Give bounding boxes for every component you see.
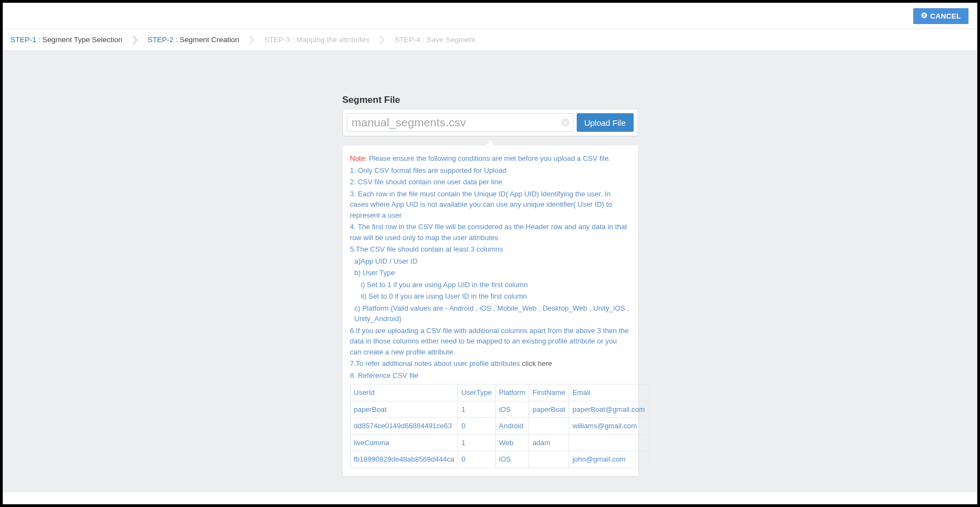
table-cell: williams@gmail.com — [569, 418, 648, 435]
table-cell: paperBoat@gmail.com — [569, 401, 648, 418]
note-intro: Please ensure the following conditions a… — [367, 154, 611, 162]
table-cell: 0 — [458, 451, 496, 468]
click-here-link[interactable]: click here — [522, 359, 552, 368]
note-subline: b) User Type — [350, 267, 630, 278]
chevron-right-icon — [132, 35, 138, 45]
note-line: 7.To refer additional notes about user p… — [350, 358, 630, 369]
table-cell — [569, 434, 648, 451]
table-cell: adam — [529, 434, 569, 451]
table-row: fb18990829de48ab8569d444ca0iOSjohn@gmail… — [350, 451, 648, 468]
note-subline: ii) Set to 0 if you are using User ID in… — [350, 291, 630, 302]
table-cell: fb18990829de48ab8569d444ca — [350, 451, 458, 468]
note-line: 1. Only CSV format files are supported f… — [350, 165, 630, 176]
cancel-icon — [921, 12, 927, 20]
chevron-right-icon — [249, 35, 254, 45]
table-cell: Android — [495, 418, 529, 435]
table-cell: iOS — [495, 451, 529, 468]
step-4: STEP-4 : Save Segment — [391, 34, 478, 45]
table-row: liveComma1Webadam — [350, 434, 648, 451]
reference-table: UserId UserType Platform FirstName Email… — [350, 384, 649, 468]
table-cell: iOS — [495, 401, 529, 418]
table-row: dd8574ce0149d66884491ce630Androidwilliam… — [350, 418, 648, 435]
col-userid: UserId — [350, 384, 458, 401]
table-cell: paperBoat — [529, 401, 569, 418]
cancel-button[interactable]: CANCEL — [913, 8, 969, 24]
notes-card: Note: Please ensure the following condit… — [343, 145, 638, 476]
top-bar: CANCEL — [3, 3, 977, 29]
table-cell — [529, 418, 569, 435]
note-line: 6.If you are uploading a CSV file with a… — [350, 325, 630, 358]
table-row: paperBoat1iOSpaperBoatpaperBoat@gmail.co… — [350, 401, 648, 418]
table-cell: 1 — [458, 434, 496, 451]
table-cell: liveComma — [350, 434, 458, 451]
table-cell — [529, 451, 569, 468]
file-input-wrap — [347, 113, 573, 132]
note-subline: a)App UID / User ID — [350, 256, 630, 267]
note-line: 2. CSV file should contain one user data… — [350, 177, 630, 188]
table-cell: john@gmail.com — [569, 451, 648, 468]
note-subline: c) Platform (Valid values are - Android … — [350, 303, 630, 324]
note-subline: i) Set to 1 if you are using App UID in … — [350, 279, 630, 290]
col-firstname: FirstName — [529, 384, 569, 401]
table-cell: Web — [495, 434, 529, 451]
cancel-label: CANCEL — [930, 12, 961, 20]
step-2[interactable]: STEP-2 : Segment Creation — [144, 34, 242, 45]
note-line: 8. Reference CSV file — [350, 370, 630, 381]
col-usertype: UserType — [458, 384, 496, 401]
file-name-input[interactable] — [352, 114, 558, 131]
step-1[interactable]: STEP-1 : Segment Type Selection — [7, 34, 126, 45]
chevron-right-icon — [379, 35, 385, 45]
step-3: STEP-3 : Mapping the attributes — [261, 34, 373, 45]
table-cell: 0 — [458, 418, 496, 435]
note-prefix: Note: — [350, 154, 367, 162]
note-line: 4. The first row in the CSV file will be… — [350, 222, 630, 243]
clear-icon[interactable] — [561, 119, 570, 127]
section-title: Segment File — [343, 95, 638, 106]
pointer-icon — [485, 141, 496, 146]
table-cell: dd8574ce0149d66884491ce63 — [350, 418, 458, 435]
table-cell: 1 — [458, 401, 496, 418]
upload-card: Upload File — [343, 109, 638, 136]
main-area: Segment File Upload File Note: Please en… — [3, 51, 977, 492]
note-line: 3. Each row in the file must contain the… — [350, 189, 630, 221]
col-email: Email — [569, 384, 648, 401]
col-platform: Platform — [495, 384, 529, 401]
note-line: 5.The CSV file should contain at least 3… — [350, 244, 630, 255]
wizard-steps: STEP-1 : Segment Type Selection STEP-2 :… — [3, 29, 977, 51]
table-cell: paperBoat — [350, 401, 458, 418]
table-header-row: UserId UserType Platform FirstName Email — [350, 384, 648, 401]
upload-file-button[interactable]: Upload File — [577, 113, 634, 132]
